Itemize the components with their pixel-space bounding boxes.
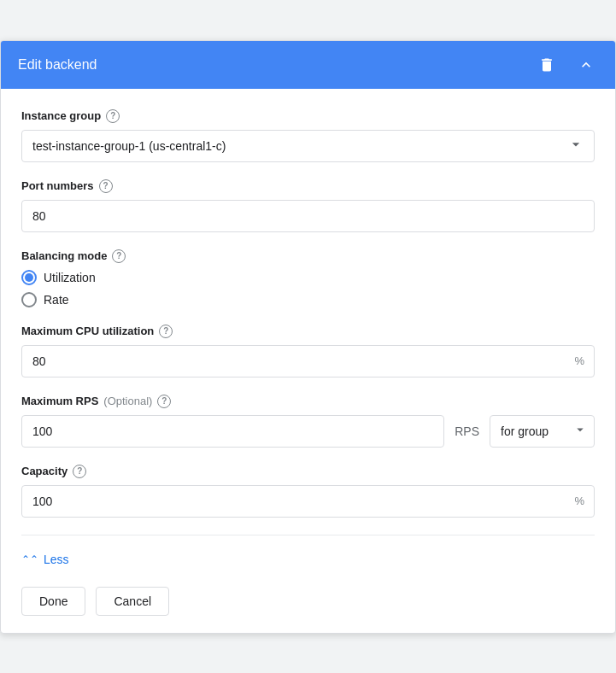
instance-group-label: Instance group ? — [21, 109, 595, 123]
rps-row: RPS for groupper instance — [21, 415, 595, 448]
max-cpu-field: Maximum CPU utilization ? % — [21, 325, 595, 377]
max-cpu-help-icon[interactable]: ? — [159, 325, 173, 338]
max-rps-field: Maximum RPS (Optional) ? RPS for grouppe… — [21, 395, 595, 448]
balancing-mode-label: Balancing mode ? — [21, 249, 595, 263]
balancing-mode-field: Balancing mode ? Utilization Rate — [21, 249, 595, 307]
done-button[interactable]: Done — [21, 587, 85, 616]
instance-group-field: Instance group ? test-instance-group-1 (… — [21, 109, 595, 162]
max-cpu-input[interactable] — [21, 345, 595, 377]
port-numbers-label: Port numbers ? — [21, 179, 595, 193]
header-actions — [535, 53, 598, 77]
capacity-help-icon[interactable]: ? — [73, 465, 86, 478]
max-cpu-input-wrapper: % — [21, 345, 595, 377]
less-link[interactable]: ⌃⌃ Less — [21, 553, 595, 566]
balancing-mode-radio-group: Utilization Rate — [21, 270, 595, 307]
rps-scope-select[interactable]: for groupper instance — [490, 415, 595, 448]
radio-rate-label: Rate — [44, 293, 69, 307]
capacity-input[interactable] — [21, 485, 595, 518]
chevron-up-icon — [578, 56, 595, 73]
port-numbers-field: Port numbers ? — [21, 179, 595, 232]
max-rps-input[interactable] — [21, 415, 444, 448]
capacity-input-wrapper: % — [21, 485, 595, 518]
rps-scope-select-wrapper: for groupper instance — [490, 415, 595, 448]
panel-footer: Done Cancel — [21, 583, 595, 616]
divider — [21, 535, 595, 535]
rps-input-wrapper — [21, 415, 444, 448]
capacity-field: Capacity ? % — [21, 465, 595, 518]
panel-header: Edit backend — [1, 41, 615, 89]
max-cpu-label: Maximum CPU utilization ? — [21, 325, 595, 338]
radio-utilization-label: Utilization — [44, 271, 96, 284]
capacity-label: Capacity ? — [21, 465, 595, 478]
max-rps-label: Maximum RPS (Optional) ? — [21, 395, 595, 408]
cancel-button[interactable]: Cancel — [96, 587, 169, 616]
collapse-button[interactable] — [574, 53, 598, 77]
max-rps-help-icon[interactable]: ? — [157, 395, 171, 408]
instance-group-select[interactable]: test-instance-group-1 (us-central1-c) — [21, 130, 595, 162]
port-numbers-input[interactable] — [21, 200, 595, 232]
delete-button[interactable] — [535, 53, 559, 77]
radio-utilization[interactable] — [21, 270, 37, 285]
panel-body: Instance group ? test-instance-group-1 (… — [1, 89, 615, 633]
panel-title: Edit backend — [18, 57, 97, 73]
instance-group-help-icon[interactable]: ? — [106, 109, 120, 123]
radio-rate[interactable] — [21, 292, 37, 307]
radio-option-rate[interactable]: Rate — [21, 292, 595, 307]
radio-option-utilization[interactable]: Utilization — [21, 270, 595, 285]
edit-backend-panel: Edit backend Instance group ? test-ins — [0, 40, 616, 634]
rps-label: RPS — [455, 424, 479, 438]
port-numbers-help-icon[interactable]: ? — [99, 179, 113, 193]
less-chevron-icon: ⌃⌃ — [21, 553, 38, 565]
balancing-mode-help-icon[interactable]: ? — [112, 249, 126, 263]
trash-icon — [538, 56, 555, 73]
instance-group-select-wrapper: test-instance-group-1 (us-central1-c) — [21, 130, 595, 162]
